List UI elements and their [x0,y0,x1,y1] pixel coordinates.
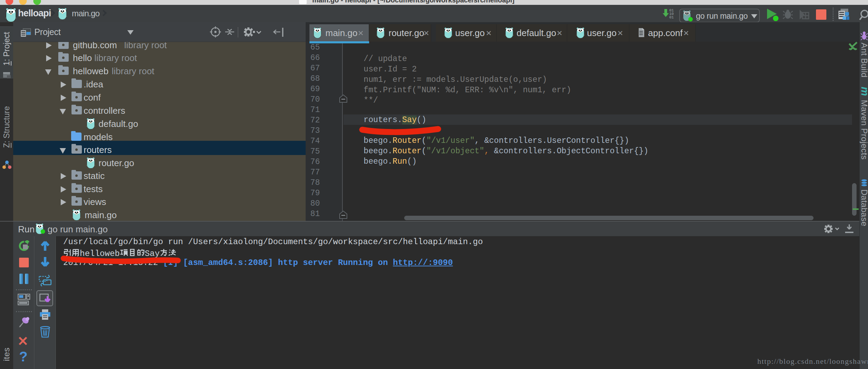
svg-text:01: 01 [669,15,674,19]
